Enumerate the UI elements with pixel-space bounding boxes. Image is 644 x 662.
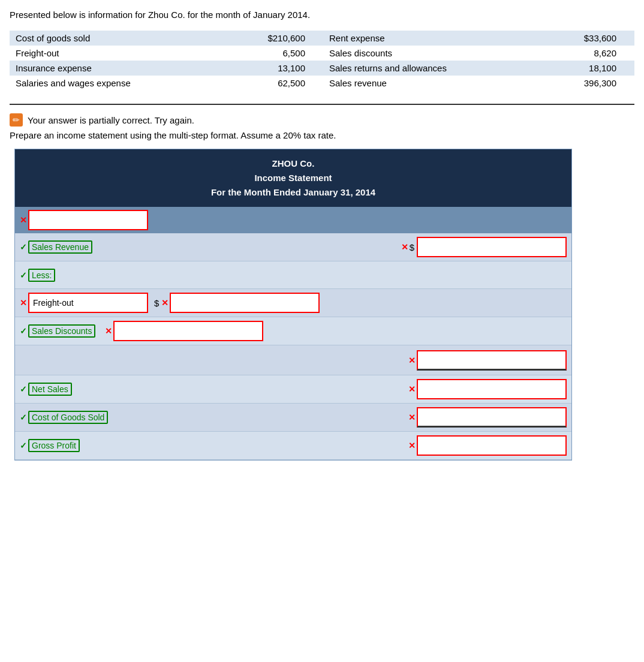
gross-profit-value-area: ✕ <box>408 435 567 456</box>
subtotal-value-area: ✕ <box>408 350 567 371</box>
freight-out-x-label: ✕ <box>20 299 27 307</box>
net-sales-x: ✕ <box>408 385 416 393</box>
sales-discounts-check: ✓ <box>20 326 27 336</box>
gross-profit-x: ✕ <box>408 441 416 450</box>
gross-profit-row: ✓ Gross Profit ✕ <box>15 432 571 460</box>
gross-profit-input[interactable] <box>417 435 567 456</box>
notice-row: ✏ Your answer is partially correct. Try … <box>10 113 634 127</box>
cogs-label-area: ✓ Cost of Goods Sold <box>20 411 408 424</box>
less-check: ✓ <box>20 270 27 280</box>
sales-discounts-row: ✓ Sales Discounts ✕ <box>15 317 571 345</box>
amount-cell: 13,100 <box>227 61 323 76</box>
label-cell: Sales returns and allowances <box>323 61 540 76</box>
net-sales-check: ✓ <box>20 384 27 394</box>
dollar-sign: $ <box>410 242 414 252</box>
amount-cell: $33,600 <box>540 31 634 46</box>
amount-cell: 396,300 <box>540 76 634 91</box>
table-row: Salaries and wages expense 62,500 Sales … <box>10 76 634 91</box>
table-row: Insurance expense 13,100 Sales returns a… <box>10 61 634 76</box>
label-cell: Insurance expense <box>10 61 227 76</box>
cogs-x: ✕ <box>408 413 416 422</box>
freight-out-label-area: ✕ $ ✕ <box>20 293 567 313</box>
amount-cell: 18,100 <box>540 61 634 76</box>
cogs-label: Cost of Goods Sold <box>28 411 108 424</box>
sales-revenue-label-area: ✓ Sales Revenue <box>20 240 401 254</box>
table-row: Freight-out 6,500 Sales discounts 8,620 <box>10 46 634 61</box>
section-header-x-mark: ✕ <box>20 216 27 224</box>
is-date: For the Month Ended January 31, 2014 <box>21 185 565 200</box>
net-sales-row: ✓ Net Sales ✕ <box>15 375 571 404</box>
amount-cell: 62,500 <box>227 76 323 91</box>
amount-cell: $210,600 <box>227 31 323 46</box>
net-sales-input[interactable] <box>417 379 567 399</box>
intro-text: Presented below is information for Zhou … <box>10 10 634 20</box>
sales-revenue-row: ✓ Sales Revenue ✕ $ <box>15 233 571 261</box>
subtotal-x: ✕ <box>408 356 416 365</box>
net-sales-label: Net Sales <box>28 383 72 396</box>
sales-discounts-value-input[interactable] <box>113 321 263 341</box>
freight-out-row: ✕ $ ✕ <box>15 289 571 317</box>
cogs-row: ✓ Cost of Goods Sold ✕ <box>15 404 571 432</box>
label-cell: Sales discounts <box>323 46 540 61</box>
net-sales-label-area: ✓ Net Sales <box>20 383 408 396</box>
sales-discounts-label-area: ✓ Sales Discounts ✕ <box>20 321 567 341</box>
gross-profit-label: Gross Profit <box>28 439 80 452</box>
label-cell: Rent expense <box>323 31 540 46</box>
is-subtitle: Income Statement <box>21 171 565 185</box>
data-table: Cost of goods sold $210,600 Rent expense… <box>10 31 634 91</box>
label-cell: Freight-out <box>10 46 227 61</box>
income-statement: ZHOU Co. Income Statement For the Month … <box>14 149 572 461</box>
freight-out-x-value: ✕ <box>161 299 168 307</box>
amount-cell: 6,500 <box>227 46 323 61</box>
freight-out-value-input[interactable] <box>170 293 320 313</box>
gross-profit-label-area: ✓ Gross Profit <box>20 439 408 452</box>
sales-revenue-x: ✕ <box>401 243 408 251</box>
sales-revenue-label: Sales Revenue <box>28 240 92 254</box>
is-title: ZHOU Co. <box>21 157 565 171</box>
cogs-input[interactable] <box>417 407 567 428</box>
notice-icon: ✏ <box>10 113 23 127</box>
instruction-text: Prepare an income statement using the mu… <box>10 130 634 140</box>
is-header: ZHOU Co. Income Statement For the Month … <box>15 149 571 207</box>
sales-discounts-label: Sales Discounts <box>28 324 95 338</box>
notice-text: Your answer is partially correct. Try ag… <box>28 115 194 125</box>
section-header-input[interactable] <box>28 210 148 230</box>
sales-discounts-x-value: ✕ <box>105 327 112 335</box>
freight-out-label-input[interactable] <box>28 293 148 313</box>
label-cell: Salaries and wages expense <box>10 76 227 91</box>
less-label-area: ✓ Less: <box>20 269 567 282</box>
amount-cell: 8,620 <box>540 46 634 61</box>
gross-profit-check: ✓ <box>20 441 27 450</box>
label-cell: Sales revenue <box>323 76 540 91</box>
section-divider <box>10 104 634 105</box>
section-header-row: ✕ <box>15 207 571 233</box>
cogs-value-area: ✕ <box>408 407 567 428</box>
less-label: Less: <box>28 269 55 282</box>
subtotal-input[interactable] <box>417 350 567 371</box>
less-row: ✓ Less: <box>15 261 571 289</box>
table-row: Cost of goods sold $210,600 Rent expense… <box>10 31 634 46</box>
cogs-check: ✓ <box>20 413 27 422</box>
sales-revenue-input[interactable] <box>417 237 567 257</box>
pencil-icon: ✏ <box>13 115 20 125</box>
sales-revenue-value-area: ✕ $ <box>401 237 567 257</box>
subtotal-row: ✕ <box>15 345 571 375</box>
label-cell: Cost of goods sold <box>10 31 227 46</box>
sales-revenue-check: ✓ <box>20 242 27 252</box>
net-sales-value-area: ✕ <box>408 379 567 399</box>
dollar-sign-2: $ <box>154 298 159 308</box>
